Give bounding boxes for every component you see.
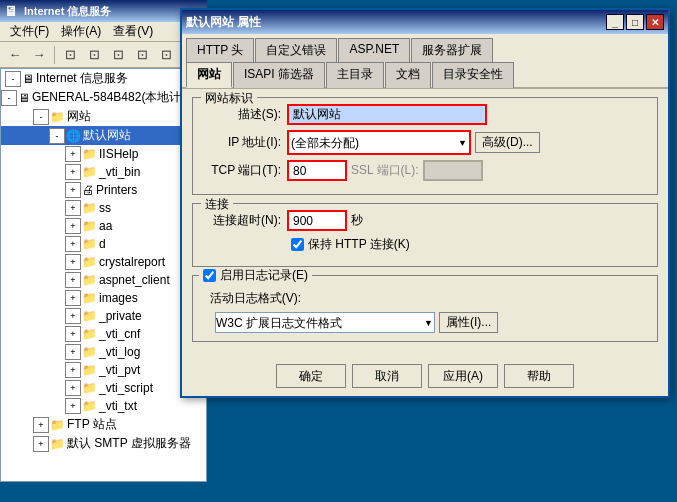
timeout-input[interactable] — [287, 210, 347, 231]
connection-section: 连接 连接超时(N): 秒 保持 HTTP 连接(K) — [192, 203, 658, 267]
d-icon: 📁 — [82, 237, 97, 251]
tree-item-images[interactable]: + 📁 images — [1, 289, 206, 307]
expand-aa[interactable]: + — [65, 218, 81, 234]
tree-item-private[interactable]: + 📁 _private — [1, 307, 206, 325]
main-titlebar: 🖥 Internet 信息服务 — [0, 0, 207, 22]
tab-home[interactable]: 主目录 — [326, 62, 384, 88]
cancel-button[interactable]: 取消 — [352, 364, 422, 388]
expand-general[interactable]: - — [1, 90, 17, 106]
tree-item-ftp[interactable]: + 📁 FTP 站点 — [1, 415, 206, 434]
tree-item-smtp[interactable]: + 📁 默认 SMTP 虚拟服务器 — [1, 434, 206, 453]
forward-button[interactable]: → — [28, 44, 50, 66]
tree-item-root[interactable]: - 🖥 Internet 信息服务 — [1, 69, 206, 88]
keepalive-checkbox[interactable] — [291, 238, 304, 251]
log-format-label: 活动日志格式(V): — [201, 290, 301, 307]
dialog-title-buttons: _ □ ✕ — [606, 14, 664, 30]
log-format-wrapper: W3C 扩展日志文件格式 — [215, 312, 435, 333]
tree-item-ss[interactable]: + 📁 ss — [1, 199, 206, 217]
tree-item-aspnet[interactable]: + 📁 aspnet_client — [1, 271, 206, 289]
tab-custom[interactable]: 自定义错误 — [255, 38, 337, 62]
ip-select-group: (全部未分配) 高级(D)... — [287, 130, 540, 155]
timeout-row: 连接超时(N): 秒 — [201, 210, 649, 231]
log-format-select[interactable]: W3C 扩展日志文件格式 — [215, 312, 435, 333]
ip-select[interactable]: (全部未分配) — [289, 132, 469, 153]
tree-item-vti-log[interactable]: + 📁 _vti_log — [1, 343, 206, 361]
tree-item-vti-cnf[interactable]: + 📁 _vti_cnf — [1, 325, 206, 343]
expand-images[interactable]: + — [65, 290, 81, 306]
tree-item-crystalreport[interactable]: + 📁 crystalreport — [1, 253, 206, 271]
expand-smtp[interactable]: + — [33, 436, 49, 452]
tree-item-vti-txt[interactable]: + 📁 _vti_txt — [1, 397, 206, 415]
toolbar-btn-5[interactable]: ⊡ — [155, 44, 177, 66]
expand-vti-bin[interactable]: + — [65, 164, 81, 180]
menu-view[interactable]: 查看(V) — [107, 22, 159, 41]
tab-isapi[interactable]: ISAPI 筛选器 — [233, 62, 325, 88]
main-window: 🖥 Internet 信息服务 文件(F) 操作(A) 查看(V) ← → ⊡ … — [0, 0, 207, 502]
tree-item-vti-pvt[interactable]: + 📁 _vti_pvt — [1, 361, 206, 379]
apply-button[interactable]: 应用(A) — [428, 364, 498, 388]
smtp-icon: 📁 — [50, 437, 65, 451]
ssl-label: SSL 端口(L): — [351, 162, 419, 179]
printers-icon: 🖨 — [82, 183, 94, 197]
tree-panel[interactable]: - 🖥 Internet 信息服务 - 🖥 GENERAL-584B482(本地… — [0, 68, 207, 482]
general-icon: 🖥 — [18, 91, 30, 105]
tab-website[interactable]: 网站 — [186, 62, 232, 88]
advanced-button[interactable]: 高级(D)... — [475, 132, 540, 153]
tree-item-aa[interactable]: + 📁 aa — [1, 217, 206, 235]
tree-item-iishelp[interactable]: + 📁 IISHelp — [1, 145, 206, 163]
back-button[interactable]: ← — [4, 44, 26, 66]
close-button[interactable]: ✕ — [646, 14, 664, 30]
tree-item-vti-script[interactable]: + 📁 _vti_script — [1, 379, 206, 397]
tree-item-website-folder[interactable]: - 📁 网站 — [1, 107, 206, 126]
expand-d[interactable]: + — [65, 236, 81, 252]
private-icon: 📁 — [82, 309, 97, 323]
expand-ss[interactable]: + — [65, 200, 81, 216]
tree-item-default-site[interactable]: - 🌐 默认网站 — [1, 126, 206, 145]
expand-printers[interactable]: + — [65, 182, 81, 198]
expand-vti-cnf[interactable]: + — [65, 326, 81, 342]
ok-button[interactable]: 确定 — [276, 364, 346, 388]
toolbar-btn-2[interactable]: ⊡ — [83, 44, 105, 66]
timeout-label: 连接超时(N): — [201, 212, 281, 229]
tree-item-printers[interactable]: + 🖨 Printers — [1, 181, 206, 199]
tcp-port-input[interactable] — [287, 160, 347, 181]
aspnet-label: aspnet_client — [99, 273, 170, 287]
iishelp-icon: 📁 — [82, 147, 97, 161]
maximize-button[interactable]: □ — [626, 14, 644, 30]
tree-item-d[interactable]: + 📁 d — [1, 235, 206, 253]
expand-vti-pvt[interactable]: + — [65, 362, 81, 378]
tab-dirsec[interactable]: 目录安全性 — [432, 62, 514, 88]
logging-checkbox[interactable] — [203, 269, 216, 282]
tab-http[interactable]: HTTP 头 — [186, 38, 254, 62]
toolbar-btn-4[interactable]: ⊡ — [131, 44, 153, 66]
expand-ftp[interactable]: + — [33, 417, 49, 433]
tree-item-general[interactable]: - 🖥 GENERAL-584B482(本地计算机) — [1, 88, 206, 107]
toolbar-btn-3[interactable]: ⊡ — [107, 44, 129, 66]
tab-docs[interactable]: 文档 — [385, 62, 431, 88]
expand-vti-log[interactable]: + — [65, 344, 81, 360]
help-button[interactable]: 帮助 — [504, 364, 574, 388]
expand-root[interactable]: - — [5, 71, 21, 87]
menu-file[interactable]: 文件(F) — [4, 22, 55, 41]
dialog-titlebar: 默认网站 属性 _ □ ✕ — [182, 10, 668, 34]
tab-asp[interactable]: ASP.NET — [338, 38, 410, 62]
tab-server[interactable]: 服务器扩展 — [411, 38, 493, 62]
expand-vti-script[interactable]: + — [65, 380, 81, 396]
ip-address-row: IP 地址(I): (全部未分配) 高级(D)... — [201, 130, 649, 155]
logging-section: 启用日志记录(E) 活动日志格式(V): W3C 扩展日志文件格式 属性(I).… — [192, 275, 658, 342]
expand-aspnet[interactable]: + — [65, 272, 81, 288]
menu-action[interactable]: 操作(A) — [55, 22, 107, 41]
logging-label: 启用日志记录(E) — [220, 267, 308, 284]
expand-vti-txt[interactable]: + — [65, 398, 81, 414]
expand-private[interactable]: + — [65, 308, 81, 324]
expand-website[interactable]: - — [33, 109, 49, 125]
tree-item-vti-bin[interactable]: + 📁 _vti_bin — [1, 163, 206, 181]
expand-iishelp[interactable]: + — [65, 146, 81, 162]
expand-crystalreport[interactable]: + — [65, 254, 81, 270]
minimize-button[interactable]: _ — [606, 14, 624, 30]
log-properties-button[interactable]: 属性(I)... — [439, 312, 498, 333]
toolbar-btn-1[interactable]: ⊡ — [59, 44, 81, 66]
description-input[interactable] — [287, 104, 487, 125]
root-icon: 🖥 — [22, 72, 34, 86]
expand-default[interactable]: - — [49, 128, 65, 144]
